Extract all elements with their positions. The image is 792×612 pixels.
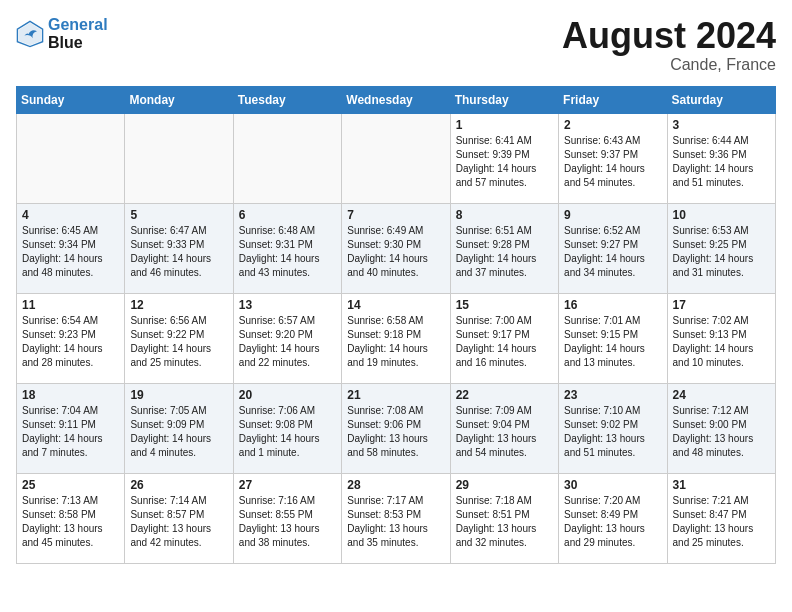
header-row: SundayMondayTuesdayWednesdayThursdayFrid… bbox=[17, 86, 776, 113]
day-number: 5 bbox=[130, 208, 227, 222]
week-row-1: 1Sunrise: 6:41 AM Sunset: 9:39 PM Daylig… bbox=[17, 113, 776, 203]
day-number: 28 bbox=[347, 478, 444, 492]
cell-content: Sunrise: 6:45 AM Sunset: 9:34 PM Dayligh… bbox=[22, 224, 119, 280]
day-number: 18 bbox=[22, 388, 119, 402]
cell-content: Sunrise: 7:18 AM Sunset: 8:51 PM Dayligh… bbox=[456, 494, 553, 550]
calendar-cell: 26Sunrise: 7:14 AM Sunset: 8:57 PM Dayli… bbox=[125, 473, 233, 563]
month-title: August 2024 bbox=[562, 16, 776, 56]
day-number: 17 bbox=[673, 298, 770, 312]
day-number: 24 bbox=[673, 388, 770, 402]
calendar-cell: 28Sunrise: 7:17 AM Sunset: 8:53 PM Dayli… bbox=[342, 473, 450, 563]
week-row-5: 25Sunrise: 7:13 AM Sunset: 8:58 PM Dayli… bbox=[17, 473, 776, 563]
day-number: 30 bbox=[564, 478, 661, 492]
cell-content: Sunrise: 6:47 AM Sunset: 9:33 PM Dayligh… bbox=[130, 224, 227, 280]
cell-content: Sunrise: 6:48 AM Sunset: 9:31 PM Dayligh… bbox=[239, 224, 336, 280]
logo-text: General Blue bbox=[48, 16, 108, 51]
day-number: 15 bbox=[456, 298, 553, 312]
calendar-cell: 4Sunrise: 6:45 AM Sunset: 9:34 PM Daylig… bbox=[17, 203, 125, 293]
day-number: 8 bbox=[456, 208, 553, 222]
day-number: 7 bbox=[347, 208, 444, 222]
day-number: 16 bbox=[564, 298, 661, 312]
calendar-cell: 7Sunrise: 6:49 AM Sunset: 9:30 PM Daylig… bbox=[342, 203, 450, 293]
day-header-friday: Friday bbox=[559, 86, 667, 113]
calendar-cell: 3Sunrise: 6:44 AM Sunset: 9:36 PM Daylig… bbox=[667, 113, 775, 203]
calendar-cell: 17Sunrise: 7:02 AM Sunset: 9:13 PM Dayli… bbox=[667, 293, 775, 383]
calendar-cell: 6Sunrise: 6:48 AM Sunset: 9:31 PM Daylig… bbox=[233, 203, 341, 293]
week-row-4: 18Sunrise: 7:04 AM Sunset: 9:11 PM Dayli… bbox=[17, 383, 776, 473]
logo: General Blue bbox=[16, 16, 108, 51]
cell-content: Sunrise: 7:01 AM Sunset: 9:15 PM Dayligh… bbox=[564, 314, 661, 370]
calendar-cell: 19Sunrise: 7:05 AM Sunset: 9:09 PM Dayli… bbox=[125, 383, 233, 473]
calendar-cell bbox=[125, 113, 233, 203]
calendar-cell: 10Sunrise: 6:53 AM Sunset: 9:25 PM Dayli… bbox=[667, 203, 775, 293]
week-row-3: 11Sunrise: 6:54 AM Sunset: 9:23 PM Dayli… bbox=[17, 293, 776, 383]
calendar-cell: 27Sunrise: 7:16 AM Sunset: 8:55 PM Dayli… bbox=[233, 473, 341, 563]
cell-content: Sunrise: 6:58 AM Sunset: 9:18 PM Dayligh… bbox=[347, 314, 444, 370]
calendar-cell: 20Sunrise: 7:06 AM Sunset: 9:08 PM Dayli… bbox=[233, 383, 341, 473]
calendar-cell bbox=[233, 113, 341, 203]
cell-content: Sunrise: 7:09 AM Sunset: 9:04 PM Dayligh… bbox=[456, 404, 553, 460]
title-area: August 2024 Cande, France bbox=[562, 16, 776, 74]
day-number: 6 bbox=[239, 208, 336, 222]
cell-content: Sunrise: 7:12 AM Sunset: 9:00 PM Dayligh… bbox=[673, 404, 770, 460]
day-header-wednesday: Wednesday bbox=[342, 86, 450, 113]
header: General Blue August 2024 Cande, France bbox=[16, 16, 776, 74]
cell-content: Sunrise: 7:02 AM Sunset: 9:13 PM Dayligh… bbox=[673, 314, 770, 370]
day-number: 31 bbox=[673, 478, 770, 492]
cell-content: Sunrise: 7:04 AM Sunset: 9:11 PM Dayligh… bbox=[22, 404, 119, 460]
calendar-cell: 18Sunrise: 7:04 AM Sunset: 9:11 PM Dayli… bbox=[17, 383, 125, 473]
cell-content: Sunrise: 6:54 AM Sunset: 9:23 PM Dayligh… bbox=[22, 314, 119, 370]
cell-content: Sunrise: 6:51 AM Sunset: 9:28 PM Dayligh… bbox=[456, 224, 553, 280]
calendar-cell: 9Sunrise: 6:52 AM Sunset: 9:27 PM Daylig… bbox=[559, 203, 667, 293]
calendar-cell: 11Sunrise: 6:54 AM Sunset: 9:23 PM Dayli… bbox=[17, 293, 125, 383]
day-number: 20 bbox=[239, 388, 336, 402]
day-number: 1 bbox=[456, 118, 553, 132]
day-number: 12 bbox=[130, 298, 227, 312]
location: Cande, France bbox=[562, 56, 776, 74]
calendar-table: SundayMondayTuesdayWednesdayThursdayFrid… bbox=[16, 86, 776, 564]
calendar-cell: 31Sunrise: 7:21 AM Sunset: 8:47 PM Dayli… bbox=[667, 473, 775, 563]
cell-content: Sunrise: 6:49 AM Sunset: 9:30 PM Dayligh… bbox=[347, 224, 444, 280]
day-number: 14 bbox=[347, 298, 444, 312]
cell-content: Sunrise: 7:16 AM Sunset: 8:55 PM Dayligh… bbox=[239, 494, 336, 550]
cell-content: Sunrise: 7:08 AM Sunset: 9:06 PM Dayligh… bbox=[347, 404, 444, 460]
cell-content: Sunrise: 6:53 AM Sunset: 9:25 PM Dayligh… bbox=[673, 224, 770, 280]
day-number: 9 bbox=[564, 208, 661, 222]
day-header-saturday: Saturday bbox=[667, 86, 775, 113]
calendar-cell: 1Sunrise: 6:41 AM Sunset: 9:39 PM Daylig… bbox=[450, 113, 558, 203]
cell-content: Sunrise: 6:41 AM Sunset: 9:39 PM Dayligh… bbox=[456, 134, 553, 190]
day-number: 25 bbox=[22, 478, 119, 492]
day-number: 10 bbox=[673, 208, 770, 222]
day-header-sunday: Sunday bbox=[17, 86, 125, 113]
day-number: 29 bbox=[456, 478, 553, 492]
cell-content: Sunrise: 7:06 AM Sunset: 9:08 PM Dayligh… bbox=[239, 404, 336, 460]
calendar-cell: 22Sunrise: 7:09 AM Sunset: 9:04 PM Dayli… bbox=[450, 383, 558, 473]
cell-content: Sunrise: 6:43 AM Sunset: 9:37 PM Dayligh… bbox=[564, 134, 661, 190]
logo-line2: Blue bbox=[48, 34, 83, 51]
calendar-cell: 30Sunrise: 7:20 AM Sunset: 8:49 PM Dayli… bbox=[559, 473, 667, 563]
calendar-cell: 2Sunrise: 6:43 AM Sunset: 9:37 PM Daylig… bbox=[559, 113, 667, 203]
day-number: 2 bbox=[564, 118, 661, 132]
day-number: 13 bbox=[239, 298, 336, 312]
cell-content: Sunrise: 7:21 AM Sunset: 8:47 PM Dayligh… bbox=[673, 494, 770, 550]
cell-content: Sunrise: 7:05 AM Sunset: 9:09 PM Dayligh… bbox=[130, 404, 227, 460]
day-header-monday: Monday bbox=[125, 86, 233, 113]
day-number: 27 bbox=[239, 478, 336, 492]
calendar-cell: 16Sunrise: 7:01 AM Sunset: 9:15 PM Dayli… bbox=[559, 293, 667, 383]
cell-content: Sunrise: 6:57 AM Sunset: 9:20 PM Dayligh… bbox=[239, 314, 336, 370]
day-number: 3 bbox=[673, 118, 770, 132]
cell-content: Sunrise: 7:14 AM Sunset: 8:57 PM Dayligh… bbox=[130, 494, 227, 550]
calendar-cell: 21Sunrise: 7:08 AM Sunset: 9:06 PM Dayli… bbox=[342, 383, 450, 473]
day-number: 21 bbox=[347, 388, 444, 402]
cell-content: Sunrise: 6:56 AM Sunset: 9:22 PM Dayligh… bbox=[130, 314, 227, 370]
logo-icon bbox=[16, 20, 44, 48]
cell-content: Sunrise: 7:10 AM Sunset: 9:02 PM Dayligh… bbox=[564, 404, 661, 460]
day-number: 11 bbox=[22, 298, 119, 312]
calendar-cell: 24Sunrise: 7:12 AM Sunset: 9:00 PM Dayli… bbox=[667, 383, 775, 473]
cell-content: Sunrise: 6:52 AM Sunset: 9:27 PM Dayligh… bbox=[564, 224, 661, 280]
day-number: 26 bbox=[130, 478, 227, 492]
calendar-cell: 15Sunrise: 7:00 AM Sunset: 9:17 PM Dayli… bbox=[450, 293, 558, 383]
calendar-cell bbox=[17, 113, 125, 203]
calendar-cell: 8Sunrise: 6:51 AM Sunset: 9:28 PM Daylig… bbox=[450, 203, 558, 293]
day-number: 22 bbox=[456, 388, 553, 402]
